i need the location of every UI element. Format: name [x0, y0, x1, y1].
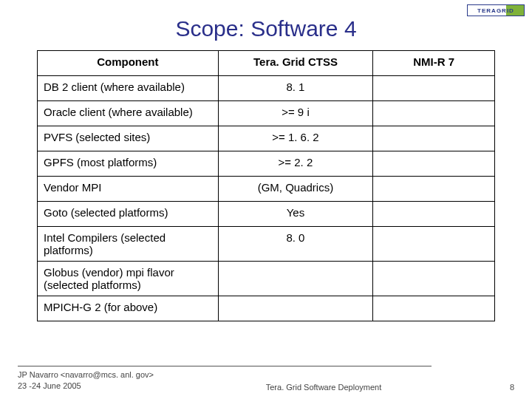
table-row: Vendor MPI (GM, Quadrics): [38, 177, 495, 202]
cell-component: PVFS (selected sites): [38, 126, 219, 151]
cell-nmi: [373, 202, 495, 227]
footer-center: Tera. Grid Software Deployment: [154, 383, 494, 392]
table-row: Intel Compilers (selected platforms) 8. …: [38, 227, 495, 262]
cell-ctss: >= 1. 6. 2: [218, 126, 373, 151]
cell-component: Globus (vendor) mpi flavor (selected pla…: [38, 262, 219, 296]
cell-component: Goto (selected platforms): [38, 202, 219, 227]
table-row: Globus (vendor) mpi flavor (selected pla…: [38, 262, 495, 296]
cell-ctss: (GM, Quadrics): [218, 177, 373, 202]
software-table: Component Tera. Grid CTSS NMI-R 7 DB 2 c…: [37, 50, 495, 321]
table-body: DB 2 client (where available) 8. 1 Oracl…: [38, 76, 495, 321]
table-row: DB 2 client (where available) 8. 1: [38, 76, 495, 101]
cell-ctss: >= 2. 2: [218, 151, 373, 177]
footer-left: JP Navarro <navarro@mcs. anl. gov> 23 -2…: [18, 369, 154, 392]
cell-component: Vendor MPI: [38, 177, 219, 202]
table-row: PVFS (selected sites) >= 1. 6. 2: [38, 126, 495, 151]
cell-component: DB 2 client (where available): [38, 76, 219, 101]
cell-nmi: [373, 262, 495, 296]
table-row: GPFS (most platforms) >= 2. 2: [38, 151, 495, 177]
cell-nmi: [373, 227, 495, 262]
cell-nmi: [373, 177, 495, 202]
footer-date: 23 -24 June 2005: [18, 381, 154, 392]
page-title: Scope: Software 4: [0, 0, 532, 50]
cell-component: Intel Compilers (selected platforms): [38, 227, 219, 262]
cell-nmi: [373, 101, 495, 126]
cell-nmi: [373, 76, 495, 101]
cell-component: Oracle client (where available): [38, 101, 219, 126]
footer-author: JP Navarro <navarro@mcs. anl. gov>: [18, 369, 154, 381]
page-number: 8: [494, 383, 514, 392]
cell-nmi: [373, 126, 495, 151]
cell-ctss: [218, 262, 373, 296]
slide-footer: JP Navarro <navarro@mcs. anl. gov> 23 -2…: [0, 366, 532, 392]
cell-ctss: [218, 296, 373, 321]
cell-component: GPFS (most platforms): [38, 151, 219, 177]
cell-component: MPICH-G 2 (for above): [38, 296, 219, 321]
col-header-ctss: Tera. Grid CTSS: [218, 51, 373, 76]
table-row: Goto (selected platforms) Yes: [38, 202, 495, 227]
col-header-component: Component: [38, 51, 219, 76]
cell-ctss: 8. 1: [218, 76, 373, 101]
cell-nmi: [373, 151, 495, 177]
footer-rule: [18, 366, 432, 366]
cell-ctss: 8. 0: [218, 227, 373, 262]
table-row: MPICH-G 2 (for above): [38, 296, 495, 321]
teragrid-logo: TERAGRID: [467, 4, 525, 16]
table-row: Oracle client (where available) >= 9 i: [38, 101, 495, 126]
cell-nmi: [373, 296, 495, 321]
cell-ctss: Yes: [218, 202, 373, 227]
col-header-nmi: NMI-R 7: [373, 51, 495, 76]
cell-ctss: >= 9 i: [218, 101, 373, 126]
